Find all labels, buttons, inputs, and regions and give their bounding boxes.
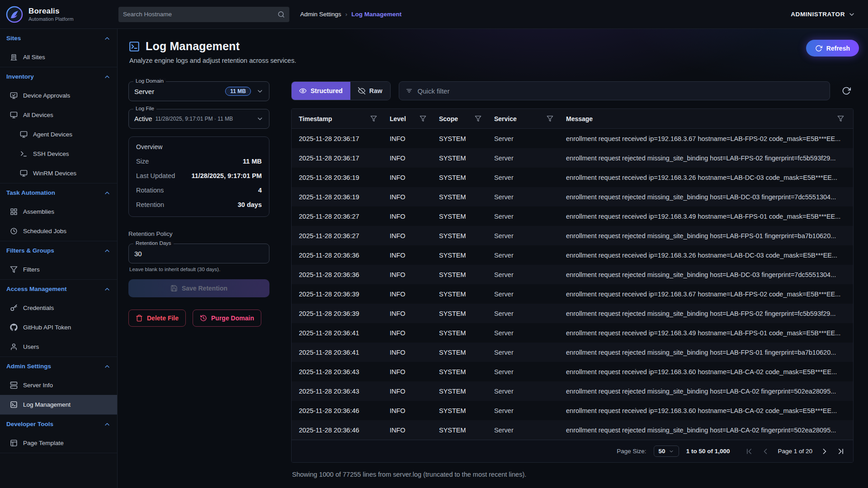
section-label: Task Automation	[6, 189, 55, 196]
column-label: Service	[494, 115, 517, 122]
log-domain-label: Log Domain	[133, 78, 166, 84]
table-row[interactable]: 2025-11-28 20:36:43INFOSYSTEMServerenrol…	[292, 362, 853, 381]
table-row[interactable]: 2025-11-28 20:36:19INFOSYSTEMServerenrol…	[292, 187, 853, 206]
save-retention-button[interactable]: Save Retention	[128, 279, 269, 297]
previous-page-button[interactable]	[760, 446, 771, 457]
cell-level: INFO	[390, 213, 439, 220]
cell-timestamp: 2025-11-28 20:36:27	[299, 232, 390, 239]
chevron-down-icon	[256, 115, 264, 122]
sidebar-item-winrm-devices[interactable]: WinRM Devices	[0, 164, 117, 183]
user-menu[interactable]: ADMINISTRATOR	[791, 11, 855, 18]
table-row[interactable]: 2025-11-28 20:36:39INFOSYSTEMServerenrol…	[292, 284, 853, 304]
sidebar-item-all-devices[interactable]: All Devices	[0, 105, 117, 125]
breadcrumb-parent[interactable]: Admin Settings	[300, 11, 341, 18]
table-row[interactable]: 2025-11-28 20:36:43INFOSYSTEMServerenrol…	[292, 381, 853, 401]
sidebar-item-all-sites[interactable]: All Sites	[0, 47, 117, 67]
brand-text: Borealis Automation Platform	[28, 7, 74, 22]
sidebar-section-header-sites[interactable]: Sites	[0, 29, 117, 47]
sidebar-section-header-developer-tools[interactable]: Developer Tools	[0, 415, 117, 433]
log-file-select[interactable]: Log File Active 11/28/2025, 9:17:01 PM ·…	[128, 109, 269, 129]
log-domain-select[interactable]: Log Domain Server 11 MB	[128, 81, 269, 101]
github-icon	[10, 324, 18, 331]
sidebar-item-scheduled-jobs[interactable]: Scheduled Jobs	[0, 221, 117, 241]
sidebar-item-github-api-token[interactable]: GitHub API Token	[0, 318, 117, 337]
cell-level: INFO	[390, 193, 439, 201]
cell-scope: SYSTEM	[439, 271, 494, 278]
chevron-down-icon	[848, 11, 855, 18]
cell-scope: SYSTEM	[439, 407, 494, 414]
table-row[interactable]: 2025-11-28 20:36:19INFOSYSTEMServerenrol…	[292, 168, 853, 187]
monitor-check-icon	[10, 92, 18, 99]
table-row[interactable]: 2025-11-28 20:36:41INFOSYSTEMServerenrol…	[292, 343, 853, 362]
sidebar-section-header-inventory[interactable]: Inventory	[0, 67, 117, 86]
sidebar-section-header-access-management[interactable]: Access Management	[0, 280, 117, 298]
chevron-up-icon	[104, 247, 111, 254]
column-header-level[interactable]: Level	[390, 109, 439, 128]
raw-view-button[interactable]: Raw	[350, 82, 390, 100]
cell-level: INFO	[390, 155, 439, 162]
column-header-service[interactable]: Service	[494, 109, 566, 128]
sidebar-item-users[interactable]: Users	[0, 337, 117, 357]
section-label: Filters & Groups	[6, 247, 54, 254]
table-row[interactable]: 2025-11-28 20:36:39INFOSYSTEMServerenrol…	[292, 304, 853, 323]
quick-filter-input[interactable]	[418, 87, 823, 95]
structured-view-button[interactable]: Structured	[292, 82, 350, 100]
section-label: Inventory	[6, 73, 34, 80]
delete-file-button[interactable]: Delete File	[128, 310, 186, 327]
sidebar-item-log-management[interactable]: Log Management	[0, 395, 117, 414]
sidebar-item-device-approvals[interactable]: Device Approvals	[0, 86, 117, 105]
page-size-select[interactable]: 50	[654, 446, 679, 457]
last-page-button[interactable]	[835, 446, 847, 457]
table-row[interactable]: 2025-11-28 20:36:36INFOSYSTEMServerenrol…	[292, 245, 853, 265]
column-header-message[interactable]: Message	[566, 109, 846, 128]
sidebar-item-page-template[interactable]: Page Template	[0, 433, 117, 453]
table-row[interactable]: 2025-11-28 20:36:46INFOSYSTEMServerenrol…	[292, 420, 853, 440]
monitor-icon	[20, 131, 28, 138]
cell-level: INFO	[390, 174, 439, 181]
chevron-up-icon	[104, 73, 111, 80]
search-input[interactable]	[123, 11, 278, 18]
console-icon	[10, 401, 18, 408]
table-row[interactable]: 2025-11-28 20:36:27INFOSYSTEMServerenrol…	[292, 226, 853, 245]
sidebar-section-header-filters-groups[interactable]: Filters & Groups	[0, 241, 117, 260]
column-header-scope[interactable]: Scope	[439, 109, 494, 128]
cell-message: enrollment request rejected missing_site…	[566, 388, 846, 395]
table-row[interactable]: 2025-11-28 20:36:17INFOSYSTEMServerenrol…	[292, 129, 853, 148]
overview-row: Retention30 days	[136, 197, 262, 212]
first-page-button[interactable]	[743, 446, 755, 457]
cell-service: Server	[494, 368, 566, 375]
refresh-button[interactable]: Refresh	[806, 40, 859, 56]
table-refresh-button[interactable]	[839, 84, 854, 98]
building-icon	[10, 53, 18, 61]
retention-days-input[interactable]	[134, 250, 264, 258]
page-title-block: Log Management Analyze engine logs and a…	[128, 40, 296, 64]
sidebar-section-header-admin-settings[interactable]: Admin Settings	[0, 357, 117, 375]
main-content: Log Management Analyze engine logs and a…	[118, 29, 868, 488]
sidebar-item-filters[interactable]: Filters	[0, 260, 117, 279]
sidebar-section-header-task-automation[interactable]: Task Automation	[0, 183, 117, 202]
sidebar-item-credentials[interactable]: Credentials	[0, 298, 117, 318]
column-header-timestamp[interactable]: Timestamp	[299, 109, 390, 128]
table-row[interactable]: 2025-11-28 20:36:46INFOSYSTEMServerenrol…	[292, 401, 853, 420]
search-icon	[278, 11, 285, 18]
table-row[interactable]: 2025-11-28 20:36:41INFOSYSTEMServerenrol…	[292, 323, 853, 343]
sidebar-item-assemblies[interactable]: Assemblies	[0, 202, 117, 221]
table-row[interactable]: 2025-11-28 20:36:36INFOSYSTEMServerenrol…	[292, 265, 853, 284]
next-page-button[interactable]	[819, 446, 830, 457]
cell-service: Server	[494, 329, 566, 337]
sidebar-item-agent-devices[interactable]: Agent Devices	[0, 125, 117, 144]
sidebar-section-sites: SitesAll Sites	[0, 29, 117, 67]
table-row[interactable]: 2025-11-28 20:36:27INFOSYSTEMServerenrol…	[292, 206, 853, 226]
cell-scope: SYSTEM	[439, 368, 494, 375]
sidebar-item-server-info[interactable]: Server Info	[0, 375, 117, 395]
brand-subtitle: Automation Platform	[28, 16, 74, 22]
sidebar-item-label: SSH Devices	[33, 150, 69, 157]
filter-icon	[547, 115, 553, 122]
purge-domain-button[interactable]: Purge Domain	[193, 310, 261, 327]
overview-label: Last Updated	[136, 172, 175, 179]
refresh-icon	[842, 86, 851, 95]
overview-value: 30 days	[238, 201, 262, 208]
table-row[interactable]: 2025-11-28 20:36:17INFOSYSTEMServerenrol…	[292, 148, 853, 168]
sidebar-item-ssh-devices[interactable]: SSH Devices	[0, 144, 117, 164]
sidebar-section-inventory: InventoryDevice ApprovalsAll DevicesAgen…	[0, 67, 117, 183]
